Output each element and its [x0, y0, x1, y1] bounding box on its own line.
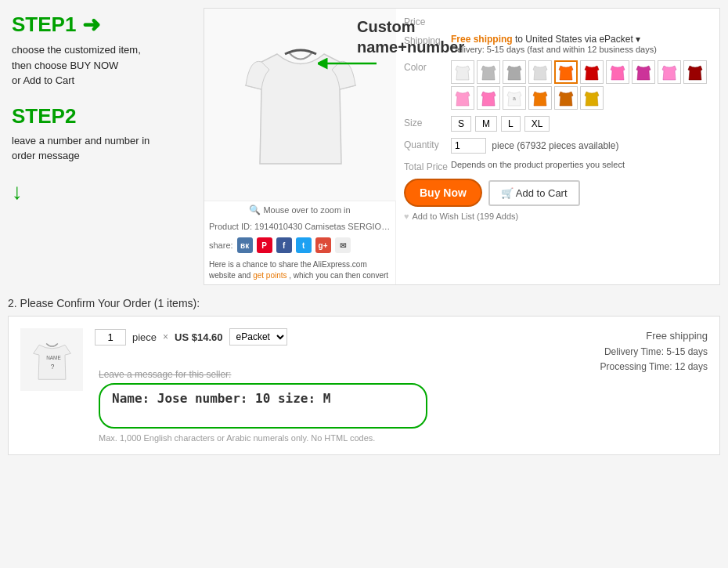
svg-text:NAME: NAME: [46, 355, 61, 360]
share-row: share: вк P f t g+ ✉: [204, 234, 395, 256]
total-price-note: Depends on the product properties you se…: [451, 160, 712, 169]
product-id-text: Product ID: 1914010430 Camisetas SERGIO …: [209, 222, 395, 231]
product-id-row: Product ID: 1914010430 Camisetas SERGIO …: [204, 219, 395, 234]
color-swatch-lightgray[interactable]: [528, 60, 552, 84]
page-container: STEP1 ➜ choose the customized item, then…: [0, 0, 728, 463]
email-share-button[interactable]: ✉: [335, 237, 351, 253]
buy-now-button[interactable]: Buy Now: [404, 179, 482, 207]
quantity-value: piece (67932 pieces available): [451, 138, 712, 154]
pinterest-button[interactable]: P: [257, 237, 272, 253]
googleplus-button[interactable]: g+: [315, 237, 331, 253]
share-text-line2: website and: [209, 271, 250, 280]
add-to-cart-button[interactable]: 🛒 Add to Cart: [488, 180, 580, 206]
step1-heading: STEP1 ➜: [12, 12, 192, 38]
step1-description: choose the customized item, then choose …: [12, 42, 192, 89]
svg-text:?: ?: [50, 364, 54, 371]
step1-arrow: ➜: [82, 12, 100, 38]
order-quantity-input[interactable]: [95, 329, 126, 346]
seller-message-input[interactable]: [99, 383, 427, 429]
facebook-button[interactable]: f: [276, 237, 292, 253]
share-text-line1: Here is a chance to share the AliExpress…: [209, 260, 367, 269]
delivery-time: Delivery Time: 5-15 days: [600, 345, 708, 360]
order-qty-price-row: piece × US $14.60 ePacket: [95, 328, 555, 346]
size-xl[interactable]: XL: [524, 116, 550, 132]
step2-heading: STEP2: [12, 104, 192, 128]
message-label: Leave a message for this seller:: [99, 369, 551, 380]
color-swatch-pink4[interactable]: [477, 86, 500, 110]
step2-arrow-down: ↓: [12, 179, 192, 204]
color-swatches: a: [451, 60, 712, 110]
order-item-image: NAME ?: [20, 328, 83, 391]
size-s[interactable]: S: [451, 116, 471, 132]
total-price-label: Total Price: [404, 160, 451, 172]
wishlist-label: Add to Wish List (199 Adds): [413, 212, 519, 221]
confirm-section: 2. Please Confirm Your Order (1 items): …: [8, 297, 720, 455]
zoom-hint: 🔍 Mouse over to zoom in: [204, 201, 395, 219]
confirm-panel: NAME ? piece × US $14.60 ePacket: [8, 316, 720, 455]
color-row: Color: [404, 60, 712, 110]
size-options: S M L XL: [451, 116, 712, 132]
multiply-sign: ×: [163, 331, 168, 342]
shipping-detail: Free shipping to United States via ePack…: [451, 34, 712, 54]
step1-desc1: choose the customized item,: [12, 44, 141, 56]
steps-column: STEP1 ➜ choose the customized item, then…: [8, 8, 196, 285]
color-swatch-gray2[interactable]: [503, 60, 526, 84]
shipping-select[interactable]: ePacket: [229, 328, 287, 346]
svg-text:a: a: [513, 96, 516, 101]
message-section: Leave a message for this seller: Max. 1,…: [95, 369, 555, 443]
shipping-sub: Delivery: 5-15 days (fast and within 12 …: [451, 45, 712, 54]
step1-title: STEP1: [12, 13, 76, 37]
size-l[interactable]: L: [501, 116, 521, 132]
add-cart-label: Add to Cart: [516, 187, 568, 199]
custom-arrow: [318, 52, 380, 78]
color-swatch-magenta[interactable]: [632, 60, 655, 84]
piece-label: piece: [132, 331, 157, 343]
total-price-row: Total Price Depends on the product prope…: [404, 160, 712, 172]
vk-button[interactable]: вк: [237, 237, 253, 253]
color-swatch-white2[interactable]: a: [503, 86, 526, 110]
step2-desc2: order message: [12, 150, 80, 161]
order-price: US $14.60: [175, 331, 222, 343]
share-get-points-link[interactable]: get points: [253, 271, 287, 280]
color-swatch-darkred[interactable]: [683, 60, 707, 84]
confirm-title: 2. Please Confirm Your Order (1 items):: [8, 297, 720, 309]
color-label: Color: [404, 60, 451, 73]
color-swatch-orange[interactable]: [554, 60, 578, 84]
step1-desc3: or Add to Cart: [12, 74, 74, 86]
step1-desc2: then choose BUY NOW: [12, 60, 118, 71]
steps-product-row: STEP1 ➜ choose the customized item, then…: [8, 8, 720, 285]
color-swatch-red[interactable]: [580, 60, 604, 84]
color-swatch-gray1[interactable]: [477, 60, 500, 84]
order-item-details: piece × US $14.60 ePacket Leave a messag…: [95, 328, 555, 443]
color-swatch-yellow[interactable]: [580, 86, 604, 110]
color-swatch-orange2[interactable]: [528, 86, 552, 110]
twitter-button[interactable]: t: [296, 237, 312, 253]
shipping-value: Free shipping to United States via ePack…: [451, 34, 712, 45]
heart-icon: ♥: [404, 212, 409, 221]
quantity-input[interactable]: [451, 138, 486, 154]
processing-time: Processing Time: 12 days: [600, 360, 708, 374]
quantity-row: Quantity piece (67932 pieces available): [404, 138, 712, 154]
size-m[interactable]: M: [475, 116, 497, 132]
zoom-hint-text: Mouse over to zoom in: [263, 205, 350, 215]
color-swatch-white[interactable]: [451, 60, 474, 84]
size-label: Size: [404, 116, 451, 128]
share-label: share:: [209, 241, 233, 250]
shipping-to: to United States via ePacket ▾: [515, 34, 640, 45]
order-right: Free shipping Delivery Time: 5-15 days P…: [567, 328, 708, 374]
share-text-line3: , which you can then convert: [289, 271, 388, 280]
color-swatch-orange3[interactable]: [554, 86, 578, 110]
step2-desc1: leave a number and number in: [12, 135, 150, 147]
color-swatch-pink3[interactable]: [451, 86, 474, 110]
wishlist-row[interactable]: ♥ Add to Wish List (199 Adds): [404, 212, 712, 221]
order-item-row: NAME ? piece × US $14.60 ePacket: [20, 328, 708, 443]
color-swatch-pink[interactable]: [606, 60, 629, 84]
size-row: Size S M L XL: [404, 116, 712, 132]
share-text: Here is a chance to share the AliExpress…: [204, 259, 395, 284]
shipping-details: Free shipping Delivery Time: 5-15 days P…: [600, 328, 708, 374]
step2-description: leave a number and number in order messa…: [12, 133, 192, 164]
product-panel: Customname+number: [204, 8, 720, 285]
quantity-unit: piece (67932 pieces available): [492, 140, 618, 151]
color-swatch-pink2[interactable]: [658, 60, 681, 84]
message-hint: Max. 1,000 English characters or Arabic …: [99, 433, 551, 443]
